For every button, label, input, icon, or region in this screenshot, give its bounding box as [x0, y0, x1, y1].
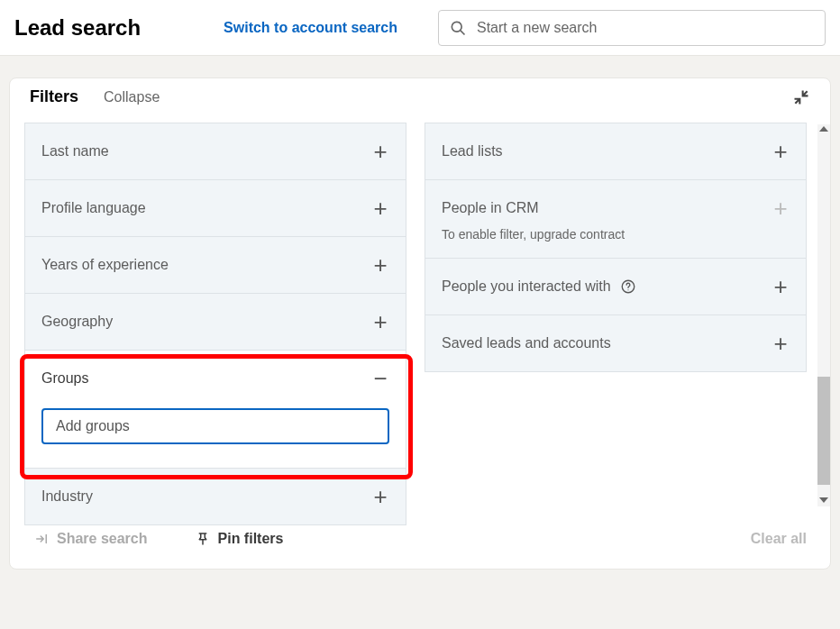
filter-industry[interactable]: Industry + — [24, 468, 406, 525]
question-icon[interactable] — [620, 278, 636, 295]
pin-filters-button[interactable]: Pin filters — [195, 531, 284, 547]
filter-geography-label: Geography — [41, 314, 113, 330]
filters-header: Filters Collapse — [10, 78, 830, 123]
filter-industry-label: Industry — [41, 488, 93, 505]
filter-profile-language[interactable]: Profile language + — [24, 179, 406, 237]
filter-last-name-label: Last name — [41, 143, 109, 160]
scroll-thumb[interactable] — [817, 377, 830, 485]
plus-icon[interactable]: + — [772, 275, 790, 298]
plus-icon[interactable]: + — [772, 140, 790, 163]
filter-people-interacted-label: People you interacted with — [442, 278, 636, 296]
plus-icon[interactable]: + — [772, 332, 790, 355]
svg-line-1 — [461, 30, 465, 34]
collapse-link[interactable]: Collapse — [104, 89, 160, 105]
filter-years-experience-label: Years of experience — [41, 257, 169, 273]
search-icon — [449, 19, 467, 37]
filter-lead-lists-label: Lead lists — [442, 143, 503, 160]
filter-geography[interactable]: Geography + — [24, 293, 406, 351]
filter-groups[interactable]: Groups − — [24, 350, 406, 469]
search-input[interactable] — [438, 10, 826, 46]
scroll-down-icon[interactable] — [819, 497, 828, 503]
filter-people-crm-subtext: To enable filter, upgrade contract — [442, 227, 790, 242]
filter-saved-leads-label: Saved leads and accounts — [442, 335, 611, 351]
top-bar: Lead search Switch to account search — [0, 0, 840, 56]
scrollbar[interactable] — [817, 124, 830, 506]
page-title: Lead search — [14, 15, 141, 41]
filters-body: Last name + Profile language + Years of … — [10, 123, 830, 508]
collapse-panel-icon[interactable] — [792, 88, 810, 106]
scroll-up-icon[interactable] — [819, 126, 828, 132]
share-icon — [33, 531, 50, 547]
plus-icon[interactable]: + — [371, 196, 389, 220]
filter-lead-lists[interactable]: Lead lists + — [425, 123, 807, 180]
filter-years-experience[interactable]: Years of experience + — [24, 236, 406, 294]
filter-people-crm-label: People in CRM — [442, 200, 539, 216]
plus-icon[interactable]: + — [371, 253, 389, 277]
pin-icon — [195, 531, 211, 547]
filter-last-name[interactable]: Last name + — [24, 123, 406, 180]
svg-point-3 — [628, 290, 629, 291]
filters-title: Filters — [30, 87, 78, 106]
filter-profile-language-label: Profile language — [41, 200, 146, 216]
filter-saved-leads[interactable]: Saved leads and accounts + — [425, 314, 807, 372]
switch-to-account-search-link[interactable]: Switch to account search — [224, 20, 397, 36]
share-search-button[interactable]: Share search — [33, 531, 148, 547]
clear-all-button[interactable]: Clear all — [751, 531, 807, 547]
plus-icon[interactable]: + — [371, 485, 389, 508]
search-wrapper — [438, 10, 826, 46]
filters-panel: Filters Collapse Last name + Profile lan… — [9, 77, 831, 570]
right-filter-column: Lead lists + People in CRM + To enable f… — [415, 123, 830, 508]
filter-groups-label: Groups — [41, 370, 88, 387]
left-filter-column: Last name + Profile language + Years of … — [10, 123, 415, 508]
plus-icon[interactable]: + — [371, 140, 389, 163]
pin-filters-label: Pin filters — [218, 531, 284, 547]
add-groups-input[interactable] — [41, 408, 389, 444]
svg-point-0 — [452, 22, 461, 32]
plus-icon: + — [772, 196, 790, 220]
plus-icon[interactable]: + — [371, 310, 389, 333]
filter-people-crm: People in CRM + To enable filter, upgrad… — [425, 179, 807, 259]
filter-people-interacted[interactable]: People you interacted with + — [425, 258, 807, 315]
minus-icon[interactable]: − — [371, 367, 389, 390]
share-search-label: Share search — [57, 531, 148, 547]
